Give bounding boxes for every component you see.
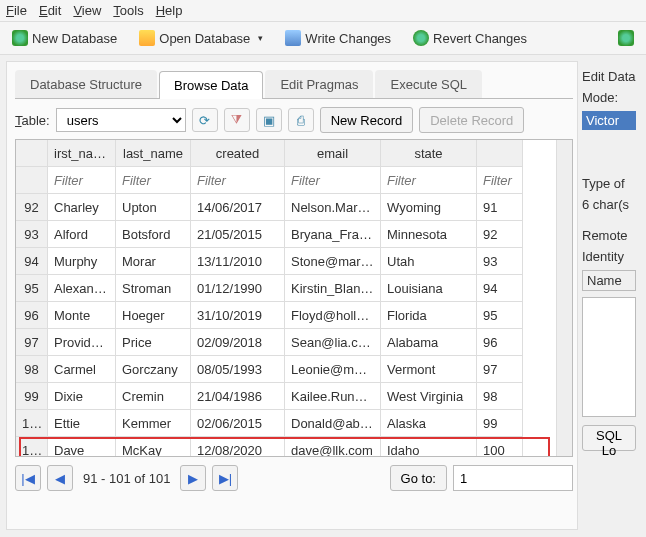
cell-extra[interactable]: 97 <box>477 356 523 383</box>
cell-state[interactable]: Alabama <box>381 329 477 356</box>
cell-created[interactable]: 21/05/2015 <box>191 221 285 248</box>
menu-help[interactable]: Help <box>156 3 183 18</box>
cell-last-name[interactable]: Botsford <box>116 221 191 248</box>
cell-state[interactable]: Minnesota <box>381 221 477 248</box>
filter-input[interactable] <box>54 173 109 188</box>
row-number[interactable]: 99 <box>16 383 48 410</box>
row-number[interactable]: 95 <box>16 275 48 302</box>
cell-first-name[interactable]: Provid… <box>48 329 116 356</box>
menu-edit[interactable]: Edit <box>39 3 61 18</box>
table-select[interactable]: users <box>56 108 186 132</box>
filter-cell[interactable] <box>116 167 191 194</box>
cell-last-name[interactable]: Stroman <box>116 275 191 302</box>
tab-browse-data[interactable]: Browse Data <box>159 71 263 99</box>
column-header[interactable]: created <box>191 140 285 167</box>
cell-state[interactable]: Vermont <box>381 356 477 383</box>
filter-input[interactable] <box>122 173 184 188</box>
revert-changes-button[interactable]: Revert Changes <box>409 28 531 48</box>
cell-last-name[interactable]: McKay <box>116 437 191 457</box>
cell-created[interactable]: 14/06/2017 <box>191 194 285 221</box>
last-page-button[interactable]: ▶| <box>212 465 238 491</box>
cell-created[interactable]: 31/10/2019 <box>191 302 285 329</box>
cell-extra[interactable]: 91 <box>477 194 523 221</box>
cell-email[interactable]: Bryana_Fra… <box>285 221 381 248</box>
menu-view[interactable]: View <box>73 3 101 18</box>
column-header[interactable]: state <box>381 140 477 167</box>
cell-last-name[interactable]: Price <box>116 329 191 356</box>
cell-email[interactable]: Leonie@ma… <box>285 356 381 383</box>
cell-email[interactable]: Kirstin_Blan… <box>285 275 381 302</box>
column-header[interactable] <box>477 140 523 167</box>
row-number[interactable]: 98 <box>16 356 48 383</box>
sql-log-button[interactable]: SQL Lo <box>582 425 636 451</box>
row-number[interactable]: 100 <box>16 410 48 437</box>
row-number[interactable]: 94 <box>16 248 48 275</box>
filter-cell[interactable] <box>381 167 477 194</box>
column-header[interactable] <box>16 140 48 167</box>
cell-last-name[interactable]: Cremin <box>116 383 191 410</box>
cell-email[interactable]: Floyd@holly… <box>285 302 381 329</box>
cell-state[interactable]: Wyoming <box>381 194 477 221</box>
cell-extra[interactable]: 96 <box>477 329 523 356</box>
cell-last-name[interactable]: Kemmer <box>116 410 191 437</box>
cell-email[interactable]: Donald@ab… <box>285 410 381 437</box>
vertical-scrollbar[interactable] <box>556 140 572 456</box>
cell-extra[interactable]: 93 <box>477 248 523 275</box>
filter-input[interactable] <box>387 173 470 188</box>
cell-first-name[interactable]: Carmel <box>48 356 116 383</box>
column-header[interactable]: irst_name <box>48 140 116 167</box>
cell-created[interactable]: 13/11/2010 <box>191 248 285 275</box>
cell-created[interactable]: 12/08/2020 <box>191 437 285 457</box>
write-changes-button[interactable]: Write Changes <box>281 28 395 48</box>
delete-record-button[interactable]: Delete Record <box>419 107 524 133</box>
prev-page-button[interactable]: ◀ <box>47 465 73 491</box>
filter-cell[interactable] <box>285 167 381 194</box>
cell-text[interactable]: Victor <box>582 111 636 130</box>
cell-state[interactable]: Louisiana <box>381 275 477 302</box>
cell-extra[interactable]: 94 <box>477 275 523 302</box>
new-database-button[interactable]: New Database <box>8 28 121 48</box>
tab-structure[interactable]: Database Structure <box>15 70 157 98</box>
row-number[interactable]: 97 <box>16 329 48 356</box>
column-header[interactable]: email <box>285 140 381 167</box>
cell-state[interactable]: Idaho <box>381 437 477 457</box>
next-page-button[interactable]: ▶ <box>180 465 206 491</box>
new-record-button[interactable]: New Record <box>320 107 414 133</box>
cell-state[interactable]: Utah <box>381 248 477 275</box>
cell-first-name[interactable]: Dave <box>48 437 116 457</box>
extra-button[interactable] <box>614 28 638 48</box>
cell-email[interactable]: dave@llk.com <box>285 437 381 457</box>
row-number[interactable]: 101 <box>16 437 48 457</box>
open-database-button[interactable]: Open Database▾ <box>135 28 267 48</box>
row-number[interactable]: 93 <box>16 221 48 248</box>
cell-last-name[interactable]: Upton <box>116 194 191 221</box>
remote-list[interactable] <box>582 297 636 417</box>
cell-email[interactable]: Sean@lia.co… <box>285 329 381 356</box>
cell-first-name[interactable]: Alexan… <box>48 275 116 302</box>
clear-filter-button[interactable]: ⧩ <box>224 108 250 132</box>
cell-created[interactable]: 01/12/1990 <box>191 275 285 302</box>
cell-email[interactable]: Kailee.Runo… <box>285 383 381 410</box>
row-number[interactable]: 96 <box>16 302 48 329</box>
cell-extra[interactable]: 92 <box>477 221 523 248</box>
goto-input[interactable] <box>453 465 573 491</box>
cell-first-name[interactable]: Murphy <box>48 248 116 275</box>
tab-execute-sql[interactable]: Execute SQL <box>375 70 482 98</box>
cell-created[interactable]: 21/04/1986 <box>191 383 285 410</box>
cell-last-name[interactable]: Morar <box>116 248 191 275</box>
menu-tools[interactable]: Tools <box>113 3 143 18</box>
cell-last-name[interactable]: Hoeger <box>116 302 191 329</box>
cell-state[interactable]: West Virginia <box>381 383 477 410</box>
cell-first-name[interactable]: Alford <box>48 221 116 248</box>
cell-extra[interactable]: 100 <box>477 437 523 457</box>
filter-cell[interactable] <box>48 167 116 194</box>
cell-extra[interactable]: 99 <box>477 410 523 437</box>
cell-state[interactable]: Alaska <box>381 410 477 437</box>
cell-extra[interactable]: 98 <box>477 383 523 410</box>
goto-button[interactable]: Go to: <box>390 465 447 491</box>
cell-state[interactable]: Florida <box>381 302 477 329</box>
save-table-button[interactable]: ▣ <box>256 108 282 132</box>
filter-cell[interactable] <box>477 167 523 194</box>
cell-created[interactable]: 02/06/2015 <box>191 410 285 437</box>
filter-cell[interactable] <box>191 167 285 194</box>
